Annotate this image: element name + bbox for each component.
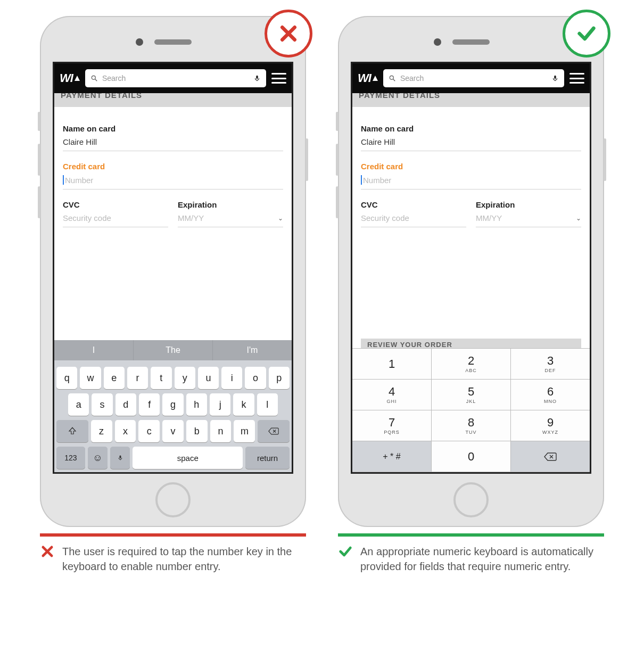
x-icon <box>40 544 55 559</box>
cvc-input[interactable]: Security code <box>361 213 466 227</box>
exp-select[interactable]: MM/YY ⌄ <box>178 213 283 227</box>
key-v[interactable]: v <box>162 420 184 442</box>
comparison-container: WI Search PAYMENT DETAILS Name on card C… <box>32 16 612 574</box>
exp-select[interactable]: MM/YY ⌄ <box>476 213 581 227</box>
key-g[interactable]: g <box>162 393 183 416</box>
key-x[interactable]: x <box>115 420 136 442</box>
name-label: Name on card <box>63 124 283 133</box>
review-section-cut: REVIEW YOUR ORDER <box>361 339 581 348</box>
key-o[interactable]: o <box>245 367 266 389</box>
good-column: WI Search PAYMENT DETAILS Name on card C… <box>338 16 604 574</box>
menu-button[interactable] <box>569 73 584 84</box>
cvc-input[interactable]: Security code <box>63 213 168 227</box>
key-z[interactable]: z <box>91 420 112 442</box>
key-d[interactable]: d <box>115 393 136 416</box>
key-m[interactable]: m <box>234 420 255 442</box>
svg-rect-3 <box>119 456 121 459</box>
exp-label: Expiration <box>178 200 283 209</box>
home-button[interactable] <box>155 482 191 517</box>
key-c[interactable]: c <box>138 420 160 442</box>
key-6[interactable]: 6MNO <box>511 380 590 410</box>
key-r[interactable]: r <box>127 367 148 389</box>
bad-caption: The user is required to tap the number k… <box>40 544 306 574</box>
search-placeholder: Search <box>400 74 547 83</box>
numeric-keypad: 12ABC3DEF4GHI5JKL6MNO7PQRS8TUV9WXYZ + * … <box>352 348 590 472</box>
svg-rect-2 <box>256 76 258 79</box>
cc-label: Credit card <box>361 162 581 171</box>
numbers-key[interactable]: 123 <box>56 447 85 469</box>
name-value[interactable]: Claire Hill <box>361 137 581 151</box>
dictation-key[interactable] <box>110 447 130 469</box>
brand-logo[interactable]: WI <box>60 71 80 85</box>
key-l[interactable]: l <box>257 393 278 416</box>
key-w[interactable]: w <box>80 367 101 389</box>
key-9[interactable]: 9WXYZ <box>511 410 590 441</box>
cc-label: Credit card <box>63 162 283 171</box>
chevron-down-icon: ⌄ <box>278 215 283 222</box>
shift-icon <box>68 426 77 436</box>
key-f[interactable]: f <box>139 393 160 416</box>
key-e[interactable]: e <box>104 367 125 389</box>
cc-input[interactable]: Number <box>361 175 581 189</box>
key-h[interactable]: h <box>186 393 207 416</box>
svg-point-0 <box>92 76 95 79</box>
suggestion-3[interactable]: I'm <box>213 340 292 360</box>
cc-input[interactable]: Number <box>63 175 283 189</box>
space-key[interactable]: space <box>133 447 243 469</box>
chevron-down-icon: ⌄ <box>576 215 581 222</box>
search-input[interactable]: Search <box>383 69 564 87</box>
mic-icon[interactable] <box>551 73 559 83</box>
name-label: Name on card <box>361 124 581 133</box>
cvc-label: CVC <box>361 200 466 209</box>
backspace-key[interactable] <box>511 441 590 472</box>
symbols-key[interactable]: + * # <box>352 441 432 472</box>
section-title: PAYMENT DETAILS <box>352 93 590 107</box>
return-key[interactable]: return <box>245 447 290 469</box>
bad-badge <box>265 10 312 57</box>
key-s[interactable]: s <box>92 393 112 416</box>
backspace-icon <box>268 427 279 435</box>
mic-icon[interactable] <box>253 73 261 83</box>
screen-bad: WI Search PAYMENT DETAILS Name on card C… <box>53 62 293 474</box>
app-bar: WI Search <box>352 63 590 93</box>
key-p[interactable]: p <box>269 367 290 389</box>
bad-caption-text: The user is required to tap the number k… <box>62 544 306 574</box>
phone-frame-bad: WI Search PAYMENT DETAILS Name on card C… <box>40 16 306 527</box>
key-q[interactable]: q <box>56 367 77 389</box>
key-7[interactable]: 7PQRS <box>352 410 432 441</box>
cvc-label: CVC <box>63 200 168 209</box>
qwerty-keyboard: qwertyuiop asdfghjkl zxcvbnm 123 ☺ <box>54 360 292 472</box>
key-a[interactable]: a <box>68 393 89 416</box>
key-n[interactable]: n <box>210 420 232 442</box>
key-j[interactable]: j <box>210 393 230 416</box>
suggestion-2[interactable]: The <box>134 340 213 360</box>
search-icon <box>389 75 396 82</box>
backspace-key[interactable] <box>258 420 290 442</box>
key-4[interactable]: 4GHI <box>352 380 432 410</box>
suggestion-1[interactable]: I <box>54 340 134 360</box>
key-0[interactable]: 0 <box>432 441 511 472</box>
key-k[interactable]: k <box>233 393 254 416</box>
backspace-icon <box>544 452 557 462</box>
bad-caption-bar <box>40 533 306 537</box>
search-input[interactable]: Search <box>85 69 266 87</box>
key-8[interactable]: 8TUV <box>432 410 511 441</box>
key-b[interactable]: b <box>186 420 208 442</box>
brand-logo[interactable]: WI <box>358 71 378 85</box>
key-3[interactable]: 3DEF <box>511 349 590 380</box>
name-value[interactable]: Claire Hill <box>63 137 283 151</box>
shift-key[interactable] <box>56 420 88 442</box>
key-u[interactable]: u <box>198 367 219 389</box>
emoji-key[interactable]: ☺ <box>88 447 108 469</box>
key-t[interactable]: t <box>151 367 171 389</box>
key-5[interactable]: 5JKL <box>432 380 511 410</box>
home-button[interactable] <box>453 482 489 517</box>
key-2[interactable]: 2ABC <box>432 349 511 380</box>
screen-good: WI Search PAYMENT DETAILS Name on card C… <box>351 62 591 474</box>
key-i[interactable]: i <box>221 367 242 389</box>
svg-line-1 <box>95 79 97 81</box>
key-1[interactable]: 1 <box>352 349 432 380</box>
exp-label: Expiration <box>476 200 581 209</box>
key-y[interactable]: y <box>175 367 195 389</box>
menu-button[interactable] <box>271 73 286 84</box>
